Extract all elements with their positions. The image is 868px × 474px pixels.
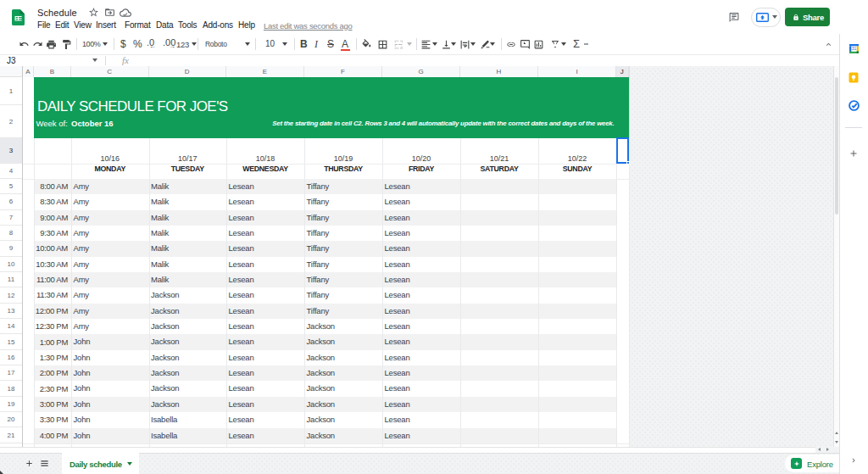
svg-text:31: 31 xyxy=(852,46,857,51)
